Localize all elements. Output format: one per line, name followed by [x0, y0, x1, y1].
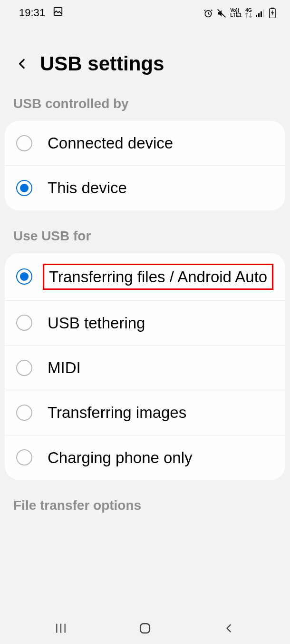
signal-icon	[256, 8, 265, 18]
svg-rect-5	[261, 11, 262, 17]
nav-home[interactable]	[135, 622, 155, 634]
radio-icon	[16, 180, 32, 196]
option-transferring-images[interactable]: Transferring images	[5, 390, 285, 435]
option-usb-tethering[interactable]: USB tethering	[5, 301, 285, 346]
svg-rect-4	[258, 13, 260, 17]
option-label: This device	[48, 178, 274, 198]
svg-rect-8	[271, 8, 274, 9]
radio-icon	[16, 360, 32, 376]
option-label: Transferring images	[48, 403, 274, 422]
status-time: 19:31	[19, 7, 45, 19]
status-bar: 19:31 Vo)) LTE1 4G	[0, 0, 290, 23]
radio-icon	[16, 449, 32, 466]
card-use-for: Transferring files / Android Auto USB te…	[5, 253, 285, 480]
option-label: MIDI	[48, 358, 274, 377]
gallery-icon	[53, 6, 63, 20]
option-label: USB tethering	[48, 313, 274, 333]
radio-icon	[16, 405, 32, 421]
option-this-device[interactable]: This device	[5, 166, 285, 210]
battery-icon	[269, 8, 276, 18]
option-label: Charging phone only	[48, 448, 274, 467]
highlighted-option: Transferring files / Android Auto	[43, 264, 273, 290]
section-label-file-transfer: File transfer options	[0, 494, 290, 523]
option-charging-only[interactable]: Charging phone only	[5, 436, 285, 480]
page-header: USB settings	[0, 23, 290, 92]
radio-icon	[16, 268, 32, 285]
volte-indicator: Vo)) LTE1	[230, 8, 242, 18]
nav-back[interactable]	[220, 623, 239, 634]
mute-icon	[217, 8, 226, 18]
option-label: Transferring files / Android Auto	[48, 266, 274, 288]
network-indicator: 4G	[245, 8, 252, 18]
alarm-icon	[203, 8, 213, 18]
page-title: USB settings	[40, 52, 164, 75]
nav-bar	[0, 613, 290, 644]
svg-rect-6	[263, 10, 264, 17]
radio-icon	[16, 135, 32, 151]
svg-rect-12	[140, 624, 150, 633]
back-button[interactable]	[15, 57, 29, 71]
option-midi[interactable]: MIDI	[5, 346, 285, 390]
svg-rect-3	[256, 15, 257, 17]
section-label-controlled-by: USB controlled by	[0, 92, 290, 121]
card-controlled-by: Connected device This device	[5, 121, 285, 210]
option-connected-device[interactable]: Connected device	[5, 121, 285, 166]
section-label-use-for: Use USB for	[0, 225, 290, 253]
radio-icon	[16, 315, 32, 331]
option-transferring-files[interactable]: Transferring files / Android Auto	[5, 253, 285, 301]
nav-recents[interactable]	[51, 622, 70, 634]
option-label: Connected device	[48, 133, 274, 153]
